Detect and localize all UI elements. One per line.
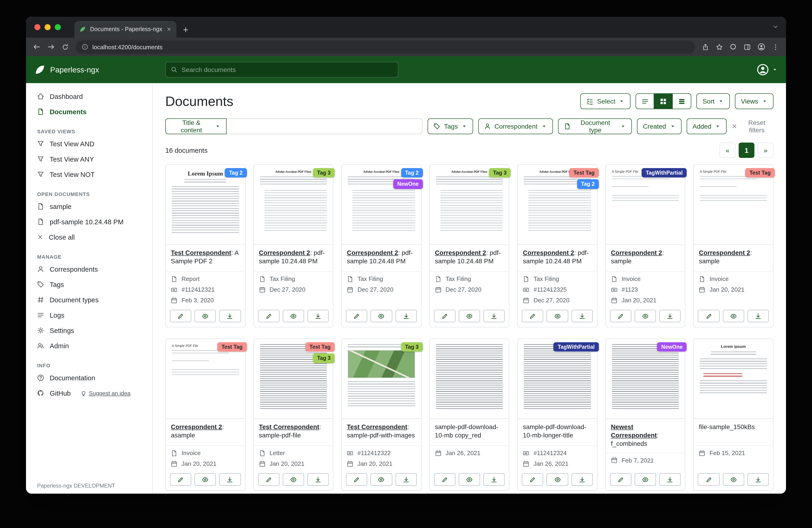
reload-icon[interactable] xyxy=(62,43,69,51)
view-button[interactable] xyxy=(194,473,216,486)
edit-button[interactable] xyxy=(434,310,455,322)
download-button[interactable] xyxy=(395,473,417,486)
tag-badge[interactable]: Test Tag xyxy=(305,342,335,352)
page-1-button[interactable]: 1 xyxy=(739,143,754,158)
tag-badge[interactable]: Tag 2 xyxy=(401,168,423,177)
browser-tab[interactable]: Documents - Paperless-ngx xyxy=(74,21,176,38)
correspondent-link[interactable]: Test Correspondent xyxy=(171,249,231,256)
edit-button[interactable] xyxy=(170,473,191,486)
document-title[interactable]: sample-pdf-download-10-mb-longer-title xyxy=(518,419,597,446)
browser-menu-kebab-icon[interactable] xyxy=(772,43,779,51)
document-title[interactable]: Correspondent 2: sample xyxy=(694,245,773,272)
document-card[interactable]: Test Tag Tag 3 Test Correspondent: sampl… xyxy=(253,339,333,491)
document-title[interactable]: Test Correspondent: sample-pdf-with-imag… xyxy=(342,419,421,446)
document-card[interactable]: A Simple PDF File Test Tag Correspondent… xyxy=(165,339,245,491)
view-button[interactable] xyxy=(723,473,744,486)
edit-button[interactable] xyxy=(610,310,632,322)
sidebar-item-test-view-not[interactable]: Test View NOT xyxy=(26,167,152,182)
document-title[interactable]: Correspondent 2: asample xyxy=(166,419,245,446)
reset-filters-button[interactable]: Reset filters xyxy=(732,119,773,134)
document-card[interactable]: Lorem ipsum file-sample_150kBs Feb 15, 2… xyxy=(693,339,773,491)
download-button[interactable] xyxy=(659,310,681,322)
correspondent-link[interactable]: Correspondent 2 xyxy=(259,249,310,256)
edit-button[interactable] xyxy=(346,310,367,322)
filter-text-input[interactable] xyxy=(227,118,423,134)
sidebar-item-settings[interactable]: Settings xyxy=(26,323,152,338)
view-button[interactable] xyxy=(283,310,304,322)
document-thumbnail[interactable] xyxy=(430,339,509,419)
sidebar-item-documentation[interactable]: Documentation xyxy=(26,370,152,385)
download-button[interactable] xyxy=(483,310,505,322)
download-button[interactable] xyxy=(659,473,681,486)
view-button[interactable] xyxy=(635,310,656,322)
tag-badge[interactable]: TagWithPartial xyxy=(642,168,687,177)
edit-button[interactable] xyxy=(610,473,632,486)
correspondent-link[interactable]: Correspondent 2 xyxy=(523,249,574,256)
download-button[interactable] xyxy=(571,473,593,486)
document-card[interactable]: Adobe Acrobat PDF Files Tag 2 NewOne Cor… xyxy=(341,165,421,327)
side-panel-icon[interactable] xyxy=(744,43,751,51)
select-button[interactable]: Select xyxy=(581,93,631,109)
document-title[interactable]: Test Correspondent: sample-pdf-file xyxy=(254,419,333,446)
document-title[interactable]: Correspondent 2: pdf-sample 10.24.48 PM xyxy=(254,245,333,272)
sidebar-item-close-all[interactable]: Close all xyxy=(26,229,152,245)
document-card[interactable]: NewOne Newest Correspondent: f_combineds… xyxy=(605,339,685,491)
correspondent-link[interactable]: Correspondent 2 xyxy=(347,249,398,256)
document-card[interactable]: sample-pdf-download-10-mb copy_red Jan 2… xyxy=(429,339,509,491)
sort-button[interactable]: Sort xyxy=(696,93,729,109)
sidebar-item-documents[interactable]: Documents xyxy=(26,104,152,119)
search-input[interactable] xyxy=(182,66,393,73)
view-button[interactable] xyxy=(547,310,568,322)
filter-field-button[interactable]: Title & content xyxy=(165,118,227,134)
global-search[interactable] xyxy=(165,62,398,77)
edit-button[interactable] xyxy=(698,473,720,486)
correspondent-link[interactable]: Test Correspondent xyxy=(259,424,319,430)
sidebar-item-github[interactable]: GitHub Suggest an idea xyxy=(26,385,152,401)
document-card[interactable]: Adobe Acrobat PDF Files Tag 3 Correspond… xyxy=(429,165,509,327)
tag-badge[interactable]: Tag 2 xyxy=(225,168,247,177)
document-title[interactable]: Correspondent 2: pdf-sample 10.24.48 PM xyxy=(518,245,597,272)
document-title[interactable]: Newest Correspondent: f_combineds xyxy=(606,419,685,453)
edit-button[interactable] xyxy=(346,473,367,486)
view-button[interactable] xyxy=(371,473,392,486)
edit-button[interactable] xyxy=(698,310,720,322)
correspondent-link[interactable]: Correspondent 2 xyxy=(435,249,486,256)
sidebar-item-correspondents[interactable]: Correspondents xyxy=(26,261,152,277)
view-button[interactable] xyxy=(459,473,480,486)
download-button[interactable] xyxy=(219,473,241,486)
list-view-button[interactable] xyxy=(636,93,654,109)
tag-badge[interactable]: NewOne xyxy=(657,342,687,352)
view-button[interactable] xyxy=(283,473,304,486)
download-button[interactable] xyxy=(571,310,593,322)
app-brand[interactable]: Paperless-ngx xyxy=(34,64,165,75)
tag-badge[interactable]: Tag 3 xyxy=(401,342,423,352)
download-button[interactable] xyxy=(395,310,417,322)
sidebar-item-logs[interactable]: Logs xyxy=(26,308,152,323)
download-button[interactable] xyxy=(748,473,769,486)
download-button[interactable] xyxy=(748,310,769,322)
view-button[interactable] xyxy=(723,310,744,322)
document-title[interactable]: Correspondent 2: sample xyxy=(606,245,685,272)
tag-badge[interactable]: Tag 3 xyxy=(489,168,511,177)
document-title[interactable]: sample-pdf-download-10-mb copy_red xyxy=(430,419,509,446)
sidebar-item-tags[interactable]: Tags xyxy=(26,277,152,292)
document-card[interactable]: Lorem Ipsum Tag 2 Test Correspondent: A … xyxy=(165,165,245,327)
download-button[interactable] xyxy=(307,473,329,486)
correspondent-link[interactable]: Newest Correspondent xyxy=(611,424,657,439)
new-tab-button[interactable]: + xyxy=(183,25,188,34)
correspondent-link[interactable]: Correspondent 2 xyxy=(699,249,750,256)
suggest-an-idea-label[interactable]: Suggest an idea xyxy=(89,390,130,396)
document-card[interactable]: Tag 3 Test Correspondent: sample-pdf-wit… xyxy=(341,339,421,491)
site-info-icon[interactable] xyxy=(82,44,88,50)
created-filter-button[interactable]: Created xyxy=(637,118,682,134)
close-tab-icon[interactable] xyxy=(167,27,171,32)
back-icon[interactable] xyxy=(33,43,40,51)
detail-view-button[interactable] xyxy=(673,93,691,109)
tag-badge[interactable]: TagWithPartial xyxy=(554,342,599,352)
document-type-filter-button[interactable]: Document type xyxy=(558,118,632,134)
tag-badge[interactable]: Tag 3 xyxy=(313,354,335,363)
forward-icon[interactable] xyxy=(47,43,55,51)
document-card[interactable]: A Simple PDF File Test Tag Correspondent… xyxy=(693,165,773,327)
next-page-button[interactable]: » xyxy=(758,143,773,158)
suggest-an-idea-link[interactable]: Suggest an idea xyxy=(81,390,130,396)
